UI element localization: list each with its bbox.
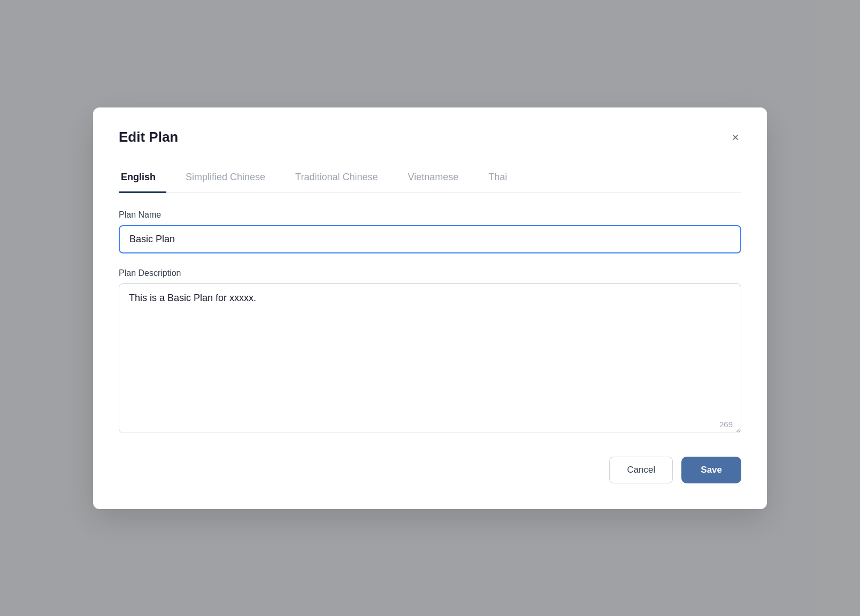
tab-thai[interactable]: Thai (486, 165, 518, 193)
textarea-wrapper: 269 (119, 283, 741, 435)
tab-vietnamese[interactable]: Vietnamese (406, 165, 470, 193)
modal-overlay: Edit Plan × English Simplified Chinese T… (0, 0, 860, 616)
modal-footer: Cancel Save (119, 457, 741, 483)
close-icon: × (732, 131, 739, 144)
plan-description-group: Plan Description 269 (119, 268, 741, 435)
plan-name-label: Plan Name (119, 210, 741, 220)
tab-traditional-chinese[interactable]: Traditional Chinese (293, 165, 388, 193)
save-button[interactable]: Save (681, 457, 741, 483)
cancel-button[interactable]: Cancel (609, 457, 673, 483)
plan-description-textarea[interactable] (119, 283, 741, 433)
plan-name-group: Plan Name (119, 210, 741, 253)
plan-name-input[interactable] (119, 225, 741, 253)
close-button[interactable]: × (730, 129, 741, 146)
tab-english[interactable]: English (119, 165, 166, 193)
char-count: 269 (719, 420, 733, 429)
tab-simplified-chinese[interactable]: Simplified Chinese (183, 165, 276, 193)
modal-title: Edit Plan (119, 129, 178, 145)
plan-description-label: Plan Description (119, 268, 741, 278)
edit-plan-modal: Edit Plan × English Simplified Chinese T… (93, 107, 767, 509)
modal-header: Edit Plan × (119, 129, 741, 146)
language-tabs: English Simplified Chinese Traditional C… (119, 165, 741, 193)
